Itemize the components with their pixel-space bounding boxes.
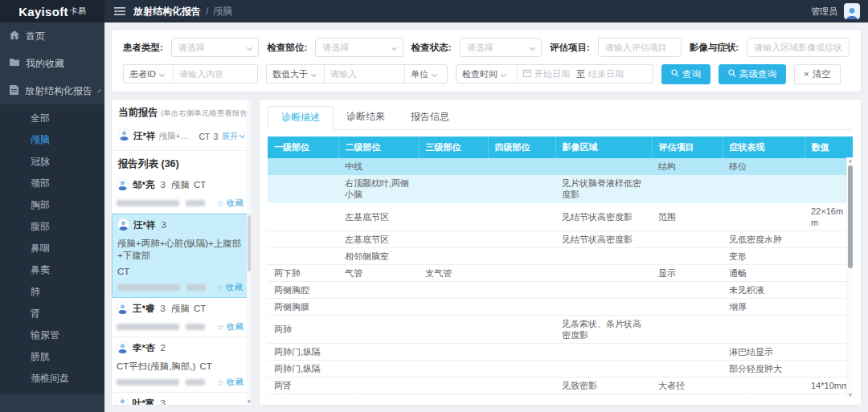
sidebar-subitem-5[interactable]: 腹部 [0,216,104,238]
table-cell[interactable]: 结节样增粗 [723,394,805,399]
favorite-button[interactable]: ☆收藏 [216,321,244,332]
table-cell[interactable] [419,377,488,394]
table-cell[interactable]: 见片状脑脊液样低密度影 [555,175,652,203]
tab-0[interactable]: 诊断描述 [268,106,334,130]
table-cell[interactable]: 支气管 [419,265,488,282]
table-cell[interactable] [419,231,488,248]
table-row[interactable]: 左基底节区见结节状高密度影见低密度水肿 [268,231,853,248]
table-cell[interactable]: 腺部 [338,394,419,399]
table-cell[interactable] [338,299,419,316]
table-cell[interactable] [805,394,853,399]
table-cell[interactable] [419,203,488,231]
table-cell[interactable] [268,231,338,248]
table-cell[interactable]: 大者径 [652,377,723,394]
table-cell[interactable] [488,175,555,203]
table-cell[interactable] [723,377,805,394]
table-cell[interactable] [419,248,488,265]
table-cell[interactable] [805,231,853,248]
table-cell[interactable] [555,344,652,361]
table-cell[interactable] [488,231,555,248]
table-cell[interactable]: 见结节状高密度影 [555,231,652,248]
table-cell[interactable] [555,299,652,316]
report-list-item[interactable]: 叶*富 3 颅脑+两肺+心脏(纵隔)+上腹部+下腹部 CT ☆收藏 [112,393,252,405]
value-gt-select[interactable]: 数值大于 [267,65,325,83]
search-button[interactable]: 查询 [661,64,710,84]
patient-id-input[interactable] [179,69,252,79]
table-cell[interactable] [805,248,853,265]
table-cell[interactable] [488,203,555,231]
scrollbar-thumb[interactable] [248,215,251,271]
table-cell[interactable]: 增厚 [723,299,805,316]
table-cell[interactable] [268,158,338,175]
sidebar-item-favorites[interactable]: 我的收藏 [0,50,104,77]
clear-button[interactable]: × 清空 [794,64,841,84]
table-row[interactable]: 两肺门,纵隔部分轻度肿大 [268,361,853,377]
table-cell[interactable]: 移位 [723,158,805,175]
table-cell[interactable] [652,361,723,377]
table-cell[interactable] [419,316,488,344]
sidebar-subitem-10[interactable]: 输尿管 [0,324,104,346]
table-cell[interactable] [805,299,853,316]
table-cell[interactable]: 两侧胸腔 [268,282,338,299]
table-cell[interactable] [338,344,419,361]
table-cell[interactable] [723,175,805,203]
table-cell[interactable] [268,248,338,265]
table-cell[interactable] [488,394,555,399]
table-cell[interactable]: 左基底节区 [338,231,419,248]
table-cell[interactable]: 显示 [652,265,723,282]
table-cell[interactable]: 两肺门,纵隔 [268,361,338,377]
table-cell[interactable] [488,265,555,282]
table-cell[interactable]: 两下肺 [268,265,338,282]
table-cell[interactable] [805,158,853,175]
sidebar-subitem-6[interactable]: 鼻咽 [0,238,104,259]
table-cell[interactable] [652,231,723,248]
table-cell[interactable]: 见致密影 [555,377,652,394]
sidebar-subitem-8[interactable]: 肺 [0,281,104,303]
table-cell[interactable] [555,361,652,377]
table-row[interactable]: 两肺见条索状、条片状高密度影 [268,316,853,344]
table-cell[interactable] [652,344,723,361]
report-list-item[interactable]: 邹*亮 3 颅脑 CT ☆收藏 [112,174,252,214]
report-list-item[interactable]: 李*杏 2 CT平扫(颅脑,胸部,) CT ☆收藏 [112,337,252,393]
table-cell[interactable]: 变形 [723,248,805,265]
table-cell[interactable] [488,377,555,394]
table-cell[interactable] [488,361,555,377]
exam-part-select[interactable]: 请选择 [315,38,403,57]
exam-time-select[interactable]: 检查时间 [457,65,518,83]
table-cell[interactable]: 结构 [652,158,723,175]
patient-id-select[interactable]: 患者ID [124,65,174,83]
table-row[interactable]: 相邻侧脑室变形 [268,248,853,265]
table-row[interactable]: 两肾见致密影大者径14*10mm [268,377,853,394]
table-cell[interactable] [488,316,555,344]
table-cell[interactable]: 见低密度水肿 [723,231,805,248]
table-cell[interactable] [338,377,419,394]
table-cell[interactable] [652,282,723,299]
table-cell[interactable]: 气管 [338,265,419,282]
eval-item-input[interactable] [605,43,674,52]
table-cell[interactable] [338,316,419,344]
report-list-item[interactable]: 王*睿 3 颅脑 CT ☆收藏 [112,298,252,337]
table-cell[interactable] [555,282,652,299]
table-cell[interactable] [805,265,853,282]
table-cell[interactable] [555,158,652,175]
table-cell[interactable]: 部分轻度肿大 [723,361,805,377]
sidebar-item-structured-reports[interactable]: 放射结构化报告 [0,77,104,104]
table-cell[interactable] [723,203,805,231]
favorite-button[interactable]: ☆收藏 [215,282,243,293]
breadcrumb-root[interactable]: 放射结构化报告 [133,5,201,18]
table-row[interactable]: 两侧胸腔未见积液 [268,282,853,299]
report-list-item[interactable]: 汪*祥 3 颅脑+两肺+心脏(纵隔)+上腹部+下腹部 CT ☆收藏 [112,214,252,298]
table-cell[interactable] [805,316,853,344]
sidebar-subitem-0[interactable]: 全部 [0,108,104,129]
table-cell[interactable] [652,316,723,344]
table-cell[interactable] [488,282,555,299]
scroll-down-arrow[interactable]: ▼ [247,399,252,404]
value-input[interactable] [330,69,399,79]
table-cell[interactable] [555,265,652,282]
sidebar-item-home[interactable]: 首页 [0,22,104,50]
table-cell[interactable]: 右顶颞枕叶,两侧小脑 [338,175,419,203]
unit-select[interactable]: 单位 [405,65,447,83]
table-cell[interactable]: 未见积液 [723,282,805,299]
sidebar-subitem-2[interactable]: 冠脉 [0,151,104,173]
table-cell[interactable] [268,203,338,231]
